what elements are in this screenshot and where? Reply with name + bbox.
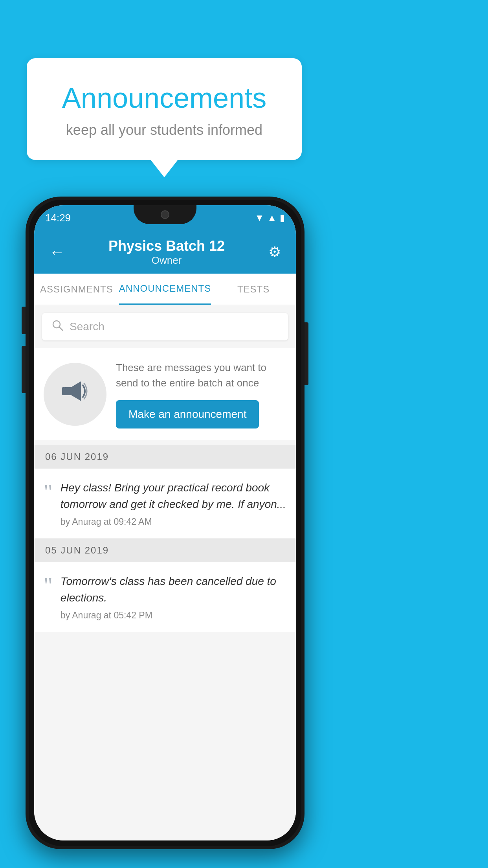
svg-marker-2 [65, 381, 81, 401]
tab-assignments[interactable]: ASSIGNMENTS [34, 274, 119, 305]
promo-icon-circle [44, 363, 106, 426]
bubble-title: Announcements [46, 82, 282, 114]
announcement-item-1[interactable]: " Hey class! Bring your practical record… [34, 469, 296, 539]
app-bar: ← Physics Batch 12 Owner ⚙ [34, 230, 296, 274]
side-button-power [305, 322, 308, 385]
status-time: 14:29 [45, 212, 71, 224]
search-icon [51, 319, 63, 334]
quote-icon-1: " [44, 481, 53, 503]
tabs-bar: ASSIGNMENTS ANNOUNCEMENTS TESTS [34, 274, 296, 305]
svg-rect-3 [62, 387, 65, 395]
tab-tests[interactable]: TESTS [211, 274, 296, 305]
app-bar-title-block: Physics Batch 12 Owner [69, 238, 264, 267]
date-divider-2: 05 JUN 2019 [34, 539, 296, 562]
speech-bubble-container: Announcements keep all your students inf… [27, 58, 302, 160]
svg-line-1 [59, 327, 62, 330]
search-placeholder: Search [70, 320, 105, 333]
phone-inner: 14:29 ▼ ▲ ▮ ← Physics Batch 12 Owner ⚙ [29, 200, 301, 846]
make-announcement-button[interactable]: Make an announcement [116, 400, 259, 428]
back-button[interactable]: ← [45, 239, 69, 265]
announcement-text-1: Hey class! Bring your practical record b… [61, 480, 286, 513]
announcement-text-block-2: Tomorrow's class has been cancelled due … [61, 573, 286, 621]
signal-icon: ▲ [267, 212, 277, 223]
announcement-meta-1: by Anurag at 09:42 AM [61, 517, 286, 527]
settings-button[interactable]: ⚙ [264, 240, 285, 264]
announcement-meta-2: by Anurag at 05:42 PM [61, 610, 286, 621]
promo-description: These are messages you want to send to t… [116, 360, 286, 391]
notch-camera [161, 210, 169, 219]
tab-announcements[interactable]: ANNOUNCEMENTS [119, 274, 211, 305]
announcement-text-2: Tomorrow's class has been cancelled due … [61, 573, 286, 606]
promo-text-block: These are messages you want to send to t… [116, 360, 286, 428]
promo-block: These are messages you want to send to t… [34, 348, 296, 440]
megaphone-icon [57, 373, 93, 415]
wifi-icon: ▼ [255, 212, 264, 223]
side-button-volume-up [22, 307, 26, 334]
quote-icon-2: " [44, 575, 53, 597]
status-icons: ▼ ▲ ▮ [255, 212, 285, 223]
speech-bubble: Announcements keep all your students inf… [27, 58, 302, 160]
bubble-subtitle: keep all your students informed [46, 122, 282, 138]
phone-notch [134, 205, 196, 224]
phone-outer: 14:29 ▼ ▲ ▮ ← Physics Batch 12 Owner ⚙ [26, 197, 305, 849]
app-bar-title: Physics Batch 12 [69, 238, 264, 254]
search-bar[interactable]: Search [42, 313, 288, 340]
announcement-text-block-1: Hey class! Bring your practical record b… [61, 480, 286, 527]
announcement-item-2[interactable]: " Tomorrow's class has been cancelled du… [34, 562, 296, 632]
battery-icon: ▮ [280, 212, 285, 223]
phone-device: 14:29 ▼ ▲ ▮ ← Physics Batch 12 Owner ⚙ [26, 197, 305, 849]
content-area: Search [34, 305, 296, 840]
side-button-volume-down [22, 346, 26, 393]
date-divider-1: 06 JUN 2019 [34, 445, 296, 469]
phone-screen: 14:29 ▼ ▲ ▮ ← Physics Batch 12 Owner ⚙ [34, 205, 296, 840]
app-bar-subtitle: Owner [69, 254, 264, 267]
